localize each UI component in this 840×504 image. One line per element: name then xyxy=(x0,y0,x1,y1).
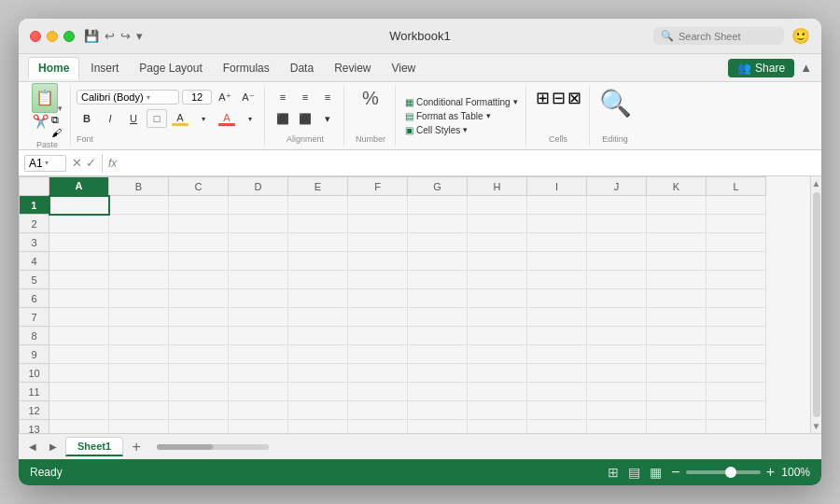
close-button[interactable] xyxy=(30,31,41,42)
cell-A12[interactable] xyxy=(49,401,109,420)
confirm-formula-icon[interactable]: ✓ xyxy=(86,156,96,170)
scroll-up-btn[interactable]: ▲ xyxy=(812,178,821,189)
cell-J7[interactable] xyxy=(587,308,647,327)
cell-B7[interactable] xyxy=(109,308,169,327)
cell-B1[interactable] xyxy=(109,196,169,215)
cell-B5[interactable] xyxy=(109,271,169,289)
cell-I10[interactable] xyxy=(527,364,587,383)
maximize-button[interactable] xyxy=(63,31,75,42)
undo-icon[interactable]: ↩ xyxy=(105,29,115,43)
cell-K8[interactable] xyxy=(647,327,707,345)
cell-J1[interactable] xyxy=(587,196,647,215)
cell-I1[interactable] xyxy=(527,196,587,215)
cell-J9[interactable] xyxy=(587,345,647,364)
cell-F6[interactable] xyxy=(348,289,408,308)
tab-home[interactable]: Home xyxy=(28,57,79,79)
cell-A9[interactable] xyxy=(49,345,109,364)
cell-L5[interactable] xyxy=(707,271,766,289)
zoom-in-button[interactable]: + xyxy=(766,465,775,480)
cell-H9[interactable] xyxy=(468,345,527,364)
cell-G5[interactable] xyxy=(408,271,468,289)
search-box[interactable]: 🔍 xyxy=(653,27,784,45)
cell-E4[interactable] xyxy=(288,252,348,271)
cell-G7[interactable] xyxy=(408,308,468,327)
align-middle-center-btn[interactable]: ⬛ xyxy=(295,109,315,128)
align-top-center-btn[interactable]: ≡ xyxy=(295,88,315,106)
col-header-L[interactable]: L xyxy=(707,177,766,196)
cell-E2[interactable] xyxy=(288,215,348,233)
cell-B11[interactable] xyxy=(109,383,169,401)
col-header-J[interactable]: J xyxy=(587,177,647,196)
sheet-prev-btn[interactable]: ◀ xyxy=(24,439,41,455)
cell-I9[interactable] xyxy=(527,345,587,364)
scroll-down-btn[interactable]: ▼ xyxy=(812,421,821,431)
zoom-slider[interactable] xyxy=(686,470,761,474)
cell-styles-dropdown[interactable]: ▾ xyxy=(463,125,468,134)
cell-D12[interactable] xyxy=(229,401,288,420)
cell-D5[interactable] xyxy=(229,271,288,289)
cell-J11[interactable] xyxy=(587,383,647,401)
font-color-dropdown[interactable]: ▾ xyxy=(193,109,214,128)
minimize-button[interactable] xyxy=(47,31,58,42)
cell-J8[interactable] xyxy=(587,327,647,345)
cell-H8[interactable] xyxy=(468,327,527,345)
underline-button[interactable]: U xyxy=(123,109,144,128)
cell-L11[interactable] xyxy=(707,383,766,401)
cell-I8[interactable] xyxy=(527,327,587,345)
cell-G1[interactable] xyxy=(408,196,468,215)
cell-E12[interactable] xyxy=(288,401,348,420)
cell-C10[interactable] xyxy=(169,364,229,383)
cell-D9[interactable] xyxy=(229,345,288,364)
cell-C11[interactable] xyxy=(169,383,229,401)
cell-F5[interactable] xyxy=(348,271,408,289)
col-header-A[interactable]: A xyxy=(49,177,109,196)
italic-button[interactable]: I xyxy=(100,109,120,128)
col-header-K[interactable]: K xyxy=(647,177,707,196)
cell-A7[interactable] xyxy=(49,308,109,327)
cell-C7[interactable] xyxy=(169,308,229,327)
col-header-G[interactable]: G xyxy=(408,177,468,196)
cell-K3[interactable] xyxy=(647,233,707,252)
cell-G11[interactable] xyxy=(408,383,468,401)
cell-H3[interactable] xyxy=(468,233,527,252)
cell-D11[interactable] xyxy=(229,383,288,401)
cell-G4[interactable] xyxy=(408,252,468,271)
cell-L12[interactable] xyxy=(707,401,766,420)
cell-E9[interactable] xyxy=(288,345,348,364)
cell-A5[interactable] xyxy=(49,271,109,289)
cell-E10[interactable] xyxy=(288,364,348,383)
cell-I5[interactable] xyxy=(527,271,587,289)
cell-H12[interactable] xyxy=(468,401,527,420)
zoom-thumb[interactable] xyxy=(725,467,736,478)
cell-H6[interactable] xyxy=(468,289,527,308)
cell-D1[interactable] xyxy=(229,196,288,215)
cell-I13[interactable] xyxy=(527,420,587,434)
redo-icon[interactable]: ↪ xyxy=(120,29,131,43)
cell-G3[interactable] xyxy=(408,233,468,252)
zoom-out-button[interactable]: − xyxy=(671,465,679,480)
cell-B12[interactable] xyxy=(109,401,169,420)
cell-F7[interactable] xyxy=(348,308,408,327)
col-header-F[interactable]: F xyxy=(348,177,408,196)
cell-C13[interactable] xyxy=(169,420,229,434)
cell-I7[interactable] xyxy=(527,308,587,327)
page-break-view-icon[interactable]: ▦ xyxy=(650,465,662,480)
cell-F9[interactable] xyxy=(348,345,408,364)
cell-E7[interactable] xyxy=(288,308,348,327)
cell-J4[interactable] xyxy=(587,252,647,271)
vertical-scrollbar[interactable]: ▲ ▼ xyxy=(810,176,821,433)
cell-C6[interactable] xyxy=(169,289,229,308)
cell-J5[interactable] xyxy=(587,271,647,289)
cell-A3[interactable] xyxy=(49,233,109,252)
cell-C8[interactable] xyxy=(169,327,229,345)
align-middle-right-btn[interactable]: ▾ xyxy=(317,109,338,128)
decrease-font-btn[interactable]: A⁻ xyxy=(238,88,259,106)
cell-L9[interactable] xyxy=(707,345,766,364)
cell-H1[interactable] xyxy=(468,196,527,215)
cell-E1[interactable] xyxy=(288,196,348,215)
cell-L2[interactable] xyxy=(707,215,766,233)
cell-F13[interactable] xyxy=(348,420,408,434)
normal-view-icon[interactable]: ⊞ xyxy=(608,465,619,480)
cell-B2[interactable] xyxy=(109,215,169,233)
page-layout-view-icon[interactable]: ▤ xyxy=(628,465,640,480)
